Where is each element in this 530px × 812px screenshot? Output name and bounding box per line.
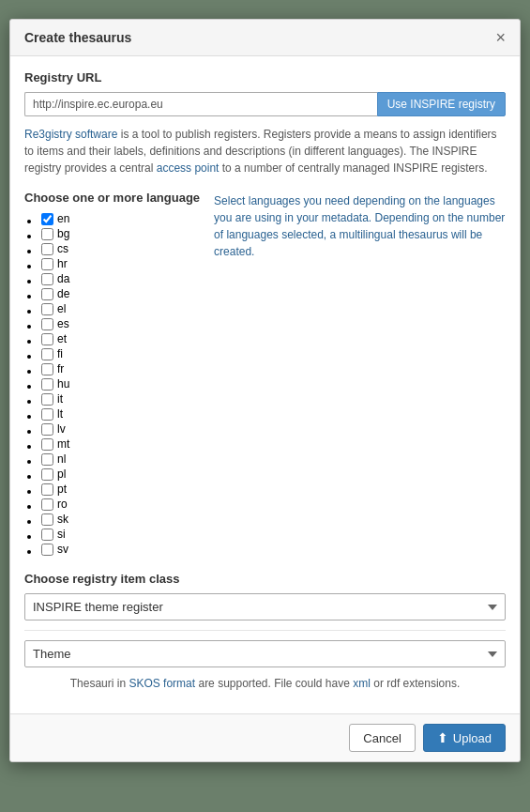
- list-item: pl: [41, 467, 200, 481]
- language-code-hu: hu: [57, 377, 69, 391]
- language-code-pl: pl: [57, 467, 66, 481]
- list-item: hr: [41, 257, 200, 270]
- skos-part1: Thesauri in: [70, 677, 129, 690]
- language-checkbox-et[interactable]: [41, 333, 53, 345]
- languages-note: Select languages you need depending on t…: [214, 191, 506, 558]
- language-code-es: es: [57, 317, 69, 330]
- language-code-hr: hr: [57, 257, 68, 270]
- registry-class-section: Choose registry item class INSPIRE theme…: [24, 572, 506, 620]
- xml-link[interactable]: xml: [353, 677, 371, 690]
- language-checkbox-bg[interactable]: [41, 228, 53, 240]
- list-item: mt: [41, 437, 200, 451]
- list-item: pt: [41, 483, 200, 496]
- languages-section: Choose one or more language enbgcshrdade…: [24, 191, 506, 558]
- language-code-et: et: [57, 332, 67, 345]
- language-checkbox-ro[interactable]: [41, 498, 53, 511]
- create-thesaurus-modal: Create thesaurus × Registry URL Use INSP…: [9, 19, 521, 762]
- access-point-link[interactable]: access point: [157, 161, 220, 175]
- language-code-cs: cs: [57, 242, 68, 255]
- language-checkbox-mt[interactable]: [41, 438, 53, 451]
- theme-select-wrapper: ThemeOther: [24, 640, 506, 667]
- languages-label: Choose one or more language: [24, 191, 200, 205]
- language-code-sk: sk: [57, 513, 68, 526]
- language-code-ro: ro: [57, 498, 68, 511]
- language-checkbox-si[interactable]: [41, 529, 53, 541]
- list-item: bg: [41, 227, 200, 240]
- language-checkbox-it[interactable]: [41, 393, 53, 406]
- modal-header: Create thesaurus ×: [10, 20, 520, 56]
- language-code-si: si: [57, 528, 66, 541]
- list-item: it: [41, 392, 200, 406]
- language-checkbox-sk[interactable]: [41, 513, 53, 526]
- list-item: da: [41, 272, 200, 285]
- language-code-en: en: [57, 212, 69, 225]
- language-code-sv: sv: [57, 543, 68, 556]
- skos-part3: or rdf extensions.: [373, 677, 460, 690]
- registry-url-input[interactable]: [24, 92, 377, 116]
- language-code-lt: lt: [57, 407, 63, 421]
- skos-part2: are supported. File could have: [198, 677, 353, 690]
- language-checkbox-hr[interactable]: [41, 258, 53, 270]
- language-code-it: it: [57, 392, 63, 406]
- list-item: sv: [41, 543, 200, 556]
- language-checkbox-es[interactable]: [41, 318, 53, 330]
- registry-url-label: Registry URL: [24, 70, 506, 84]
- list-item: nl: [41, 452, 200, 466]
- skos-format-link[interactable]: SKOS format: [129, 677, 195, 690]
- list-item: hu: [41, 377, 200, 391]
- upload-icon: ⬆: [437, 730, 448, 745]
- languages-list: Choose one or more language enbgcshrdade…: [24, 191, 200, 558]
- list-item: fi: [41, 347, 200, 360]
- list-item: cs: [41, 242, 200, 255]
- list-item: si: [41, 528, 200, 541]
- skos-info-text: Thesauri in SKOS format are supported. F…: [24, 677, 506, 690]
- language-checkbox-lv[interactable]: [41, 423, 53, 436]
- list-item: el: [41, 302, 200, 315]
- divider: [24, 630, 506, 631]
- registry-url-row: Use INSPIRE registry: [24, 92, 506, 116]
- list-item: en: [41, 212, 200, 225]
- language-checkbox-sv[interactable]: [41, 544, 53, 556]
- list-item: fr: [41, 362, 200, 375]
- language-checkbox-pl[interactable]: [41, 468, 53, 481]
- list-item: lv: [41, 422, 200, 436]
- language-items-list: enbgcshrdadeelesetfifrhuitltlvmtnlplptro…: [24, 212, 200, 556]
- theme-select[interactable]: ThemeOther: [24, 640, 506, 667]
- modal-overlay: Create thesaurus × Registry URL Use INSP…: [0, 9, 530, 772]
- language-code-da: da: [57, 272, 69, 285]
- list-item: sk: [41, 513, 200, 526]
- language-code-fr: fr: [57, 362, 64, 375]
- modal-title: Create thesaurus: [24, 30, 131, 45]
- language-code-nl: nl: [57, 452, 66, 466]
- language-checkbox-cs[interactable]: [41, 243, 53, 255]
- language-checkbox-pt[interactable]: [41, 483, 53, 496]
- language-checkbox-en[interactable]: [41, 213, 53, 225]
- list-item: et: [41, 332, 200, 345]
- close-button[interactable]: ×: [495, 29, 506, 46]
- registry-class-label: Choose registry item class: [24, 572, 506, 586]
- re3gistry-link[interactable]: Re3gistry software: [24, 128, 117, 141]
- registry-url-section: Registry URL Use INSPIRE registry: [24, 70, 506, 116]
- registry-class-select[interactable]: INSPIRE theme registerOther option: [24, 593, 506, 620]
- language-checkbox-el[interactable]: [41, 303, 53, 315]
- cancel-button[interactable]: Cancel: [349, 724, 415, 752]
- language-checkbox-nl[interactable]: [41, 453, 53, 466]
- language-code-mt: mt: [57, 437, 69, 451]
- language-code-pt: pt: [57, 483, 67, 496]
- upload-button[interactable]: ⬆ Upload: [423, 724, 506, 752]
- registry-info-text: Re3gistry software is a tool to publish …: [24, 126, 506, 176]
- language-checkbox-lt[interactable]: [41, 408, 53, 421]
- upload-label: Upload: [453, 731, 492, 745]
- language-checkbox-fr[interactable]: [41, 363, 53, 375]
- language-checkbox-fi[interactable]: [41, 348, 53, 360]
- list-item: es: [41, 317, 200, 330]
- language-code-de: de: [57, 287, 69, 300]
- language-code-lv: lv: [57, 422, 66, 436]
- language-checkbox-de[interactable]: [41, 288, 53, 300]
- language-checkbox-da[interactable]: [41, 273, 53, 285]
- list-item: ro: [41, 498, 200, 511]
- registry-class-select-wrapper: INSPIRE theme registerOther option: [24, 593, 506, 620]
- modal-footer: Cancel ⬆ Upload: [10, 713, 520, 761]
- language-checkbox-hu[interactable]: [41, 378, 53, 391]
- use-inspire-registry-button[interactable]: Use INSPIRE registry: [377, 92, 506, 116]
